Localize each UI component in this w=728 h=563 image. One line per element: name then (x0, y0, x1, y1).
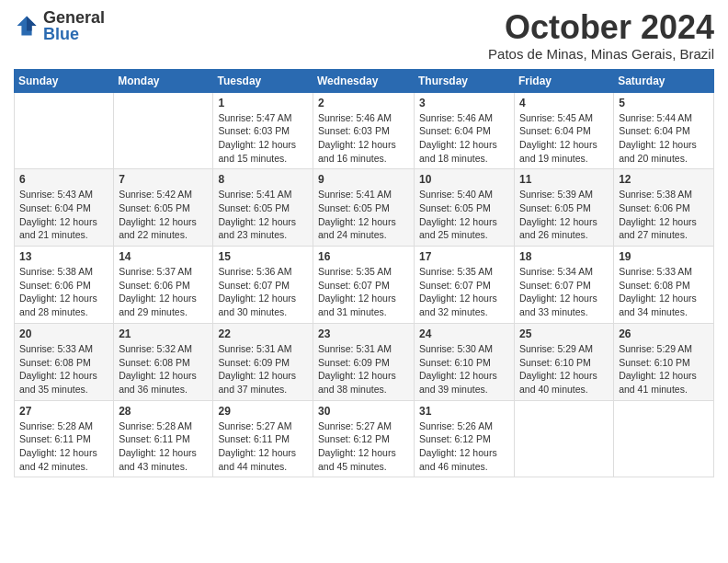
calendar-week-row: 1Sunrise: 5:47 AM Sunset: 6:03 PM Daylig… (15, 92, 714, 169)
calendar-week-row: 6Sunrise: 5:43 AM Sunset: 6:04 PM Daylig… (15, 169, 714, 247)
day-number: 28 (119, 405, 208, 418)
calendar-header-tuesday: Tuesday (213, 69, 313, 92)
day-detail: Sunrise: 5:29 AM Sunset: 6:10 PM Dayligh… (519, 342, 609, 396)
svg-marker-1 (27, 17, 37, 31)
day-detail: Sunrise: 5:41 AM Sunset: 6:05 PM Dayligh… (318, 188, 409, 242)
day-number: 10 (419, 173, 509, 186)
day-detail: Sunrise: 5:40 AM Sunset: 6:05 PM Dayligh… (419, 188, 509, 242)
day-detail: Sunrise: 5:27 AM Sunset: 6:11 PM Dayligh… (218, 419, 308, 474)
calendar-cell: 11Sunrise: 5:39 AM Sunset: 6:05 PM Dayli… (515, 169, 614, 247)
calendar-cell: 17Sunrise: 5:35 AM Sunset: 6:07 PM Dayli… (415, 247, 515, 324)
day-detail: Sunrise: 5:30 AM Sunset: 6:10 PM Dayligh… (419, 342, 509, 396)
day-number: 5 (619, 97, 709, 109)
calendar-cell: 8Sunrise: 5:41 AM Sunset: 6:05 PM Daylig… (213, 169, 313, 247)
calendar-week-row: 27Sunrise: 5:28 AM Sunset: 6:11 PM Dayli… (15, 400, 714, 477)
calendar-header-saturday: Saturday (614, 69, 714, 92)
calendar-header-wednesday: Wednesday (313, 69, 415, 92)
day-detail: Sunrise: 5:33 AM Sunset: 6:08 PM Dayligh… (19, 342, 108, 396)
calendar-cell: 31Sunrise: 5:26 AM Sunset: 6:12 PM Dayli… (415, 400, 515, 477)
calendar-cell: 30Sunrise: 5:27 AM Sunset: 6:12 PM Dayli… (313, 400, 415, 477)
calendar-cell: 7Sunrise: 5:42 AM Sunset: 6:05 PM Daylig… (114, 169, 213, 247)
day-detail: Sunrise: 5:26 AM Sunset: 6:12 PM Dayligh… (419, 419, 509, 474)
calendar-cell: 16Sunrise: 5:35 AM Sunset: 6:07 PM Dayli… (313, 247, 415, 324)
day-number: 17 (419, 250, 509, 263)
calendar-week-row: 20Sunrise: 5:33 AM Sunset: 6:08 PM Dayli… (15, 323, 714, 400)
calendar-cell: 1Sunrise: 5:47 AM Sunset: 6:03 PM Daylig… (213, 92, 313, 169)
day-detail: Sunrise: 5:31 AM Sunset: 6:09 PM Dayligh… (318, 342, 409, 396)
calendar-cell: 25Sunrise: 5:29 AM Sunset: 6:10 PM Dayli… (515, 323, 614, 400)
day-detail: Sunrise: 5:28 AM Sunset: 6:11 PM Dayligh… (119, 419, 208, 474)
calendar-cell: 12Sunrise: 5:38 AM Sunset: 6:06 PM Dayli… (614, 169, 714, 247)
day-number: 8 (218, 173, 308, 186)
day-detail: Sunrise: 5:36 AM Sunset: 6:07 PM Dayligh… (218, 265, 308, 319)
logo-text: General Blue (43, 9, 105, 42)
calendar-cell: 18Sunrise: 5:34 AM Sunset: 6:07 PM Dayli… (515, 247, 614, 324)
day-detail: Sunrise: 5:31 AM Sunset: 6:09 PM Dayligh… (218, 342, 308, 396)
calendar-cell: 23Sunrise: 5:31 AM Sunset: 6:09 PM Dayli… (313, 323, 415, 400)
calendar-cell: 4Sunrise: 5:45 AM Sunset: 6:04 PM Daylig… (515, 92, 614, 169)
day-number: 27 (19, 405, 108, 418)
calendar-cell (515, 400, 614, 477)
calendar-cell: 6Sunrise: 5:43 AM Sunset: 6:04 PM Daylig… (15, 169, 114, 247)
calendar-cell: 27Sunrise: 5:28 AM Sunset: 6:11 PM Dayli… (15, 400, 114, 477)
day-number: 3 (419, 97, 509, 109)
page-header: General Blue October 2024 Patos de Minas… (14, 9, 714, 62)
day-number: 9 (318, 173, 409, 186)
day-detail: Sunrise: 5:28 AM Sunset: 6:11 PM Dayligh… (19, 419, 108, 474)
calendar-cell (614, 400, 714, 477)
calendar-header-monday: Monday (114, 69, 213, 92)
calendar-cell: 26Sunrise: 5:29 AM Sunset: 6:10 PM Dayli… (614, 323, 714, 400)
calendar-cell (114, 92, 213, 169)
day-detail: Sunrise: 5:41 AM Sunset: 6:05 PM Dayligh… (218, 188, 308, 242)
day-detail: Sunrise: 5:39 AM Sunset: 6:05 PM Dayligh… (519, 188, 609, 242)
calendar-header-sunday: Sunday (15, 69, 114, 92)
calendar-table: SundayMondayTuesdayWednesdayThursdayFrid… (14, 69, 714, 478)
calendar-week-row: 13Sunrise: 5:38 AM Sunset: 6:06 PM Dayli… (15, 247, 714, 324)
day-number: 4 (519, 97, 609, 109)
calendar-cell: 10Sunrise: 5:40 AM Sunset: 6:05 PM Dayli… (415, 169, 515, 247)
day-number: 21 (119, 327, 208, 340)
calendar-cell: 21Sunrise: 5:32 AM Sunset: 6:08 PM Dayli… (114, 323, 213, 400)
logo-general: General (43, 9, 105, 26)
day-number: 14 (119, 250, 208, 263)
day-detail: Sunrise: 5:46 AM Sunset: 6:04 PM Dayligh… (419, 111, 509, 166)
day-number: 30 (318, 405, 409, 418)
day-number: 13 (19, 250, 108, 263)
day-number: 29 (218, 405, 308, 418)
day-number: 16 (318, 250, 409, 263)
day-detail: Sunrise: 5:27 AM Sunset: 6:12 PM Dayligh… (318, 419, 409, 474)
calendar-cell: 24Sunrise: 5:30 AM Sunset: 6:10 PM Dayli… (415, 323, 515, 400)
day-number: 18 (519, 250, 609, 263)
day-number: 22 (218, 327, 308, 340)
logo: General Blue (14, 9, 105, 42)
day-number: 31 (419, 405, 509, 418)
day-number: 20 (19, 327, 108, 340)
title-section: October 2024 Patos de Minas, Minas Gerai… (488, 9, 714, 62)
day-detail: Sunrise: 5:34 AM Sunset: 6:07 PM Dayligh… (519, 265, 609, 319)
day-number: 26 (619, 327, 709, 340)
logo-icon (14, 13, 40, 39)
calendar-cell: 28Sunrise: 5:28 AM Sunset: 6:11 PM Dayli… (114, 400, 213, 477)
calendar-header-thursday: Thursday (415, 69, 515, 92)
day-number: 24 (419, 327, 509, 340)
calendar-cell: 22Sunrise: 5:31 AM Sunset: 6:09 PM Dayli… (213, 323, 313, 400)
day-number: 2 (318, 97, 409, 109)
calendar-cell: 9Sunrise: 5:41 AM Sunset: 6:05 PM Daylig… (313, 169, 415, 247)
calendar-cell: 2Sunrise: 5:46 AM Sunset: 6:03 PM Daylig… (313, 92, 415, 169)
day-detail: Sunrise: 5:43 AM Sunset: 6:04 PM Dayligh… (19, 188, 108, 242)
day-detail: Sunrise: 5:42 AM Sunset: 6:05 PM Dayligh… (119, 188, 208, 242)
calendar-cell: 20Sunrise: 5:33 AM Sunset: 6:08 PM Dayli… (15, 323, 114, 400)
day-detail: Sunrise: 5:44 AM Sunset: 6:04 PM Dayligh… (619, 111, 709, 166)
day-detail: Sunrise: 5:37 AM Sunset: 6:06 PM Dayligh… (119, 265, 208, 319)
day-number: 25 (519, 327, 609, 340)
calendar-cell: 15Sunrise: 5:36 AM Sunset: 6:07 PM Dayli… (213, 247, 313, 324)
calendar-cell (15, 92, 114, 169)
day-number: 7 (119, 173, 208, 186)
calendar-cell: 3Sunrise: 5:46 AM Sunset: 6:04 PM Daylig… (415, 92, 515, 169)
day-detail: Sunrise: 5:35 AM Sunset: 6:07 PM Dayligh… (419, 265, 509, 319)
calendar-header-row: SundayMondayTuesdayWednesdayThursdayFrid… (15, 69, 714, 92)
logo-blue: Blue (43, 26, 105, 42)
day-detail: Sunrise: 5:35 AM Sunset: 6:07 PM Dayligh… (318, 265, 409, 319)
day-number: 1 (218, 97, 308, 109)
day-detail: Sunrise: 5:47 AM Sunset: 6:03 PM Dayligh… (218, 111, 308, 166)
